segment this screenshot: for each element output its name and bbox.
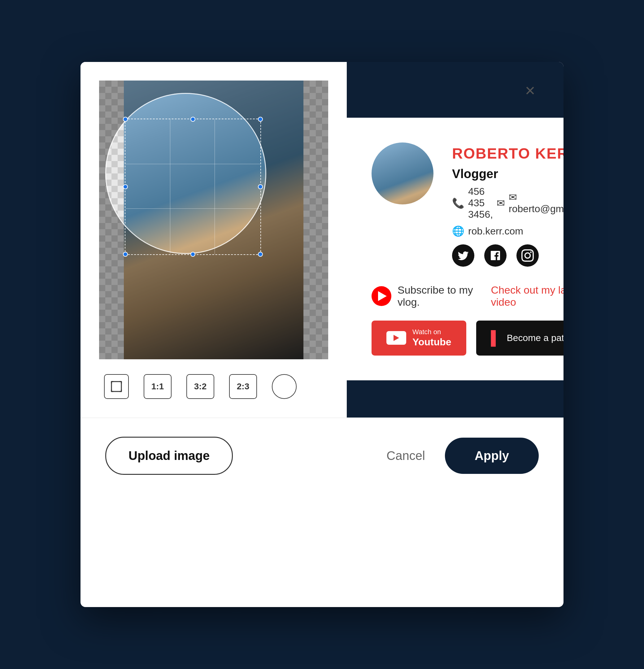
image-canvas[interactable] — [99, 81, 328, 359]
photo-container — [124, 81, 303, 359]
facebook-icon[interactable] — [484, 244, 506, 267]
play-triangle — [378, 291, 387, 301]
crop-3-2-btn[interactable]: 3:2 — [186, 374, 214, 399]
twitter-icon[interactable] — [452, 244, 474, 267]
phone-icon: 📞 — [452, 197, 464, 209]
yt-btn-large-text: Youtube — [412, 336, 452, 348]
sig-contact-line: 📞 456 435 3456, ✉ ✉ roberto@gmail.com — [452, 186, 563, 220]
sig-name: ROBERTO KERR — [452, 145, 563, 162]
patreon-label: Become a patron — [507, 333, 563, 343]
sig-buttons-row: Watch on Youtube ▌ Become a patron — [372, 321, 563, 356]
modal-dialog: × — [81, 62, 563, 607]
sig-email: ✉ roberto@gmail.com — [509, 191, 563, 215]
bottom-action-bar: Upload image Cancel Apply — [81, 417, 563, 500]
svg-rect-0 — [112, 382, 121, 392]
sig-info: ROBERTO KERR Vlogger 📞 456 435 3456, ✉ ✉… — [452, 142, 563, 267]
sig-social-row — [452, 244, 563, 267]
sig-phone: 456 435 3456, — [468, 186, 493, 220]
sig-subscribe-row: Subscribe to my vlog. Check out my lates… — [372, 284, 563, 308]
sig-avatar — [372, 142, 433, 204]
close-button[interactable]: × — [519, 79, 541, 102]
website-icon: 🌐 — [452, 225, 464, 237]
patreon-icon: ▌ — [491, 330, 501, 346]
right-actions: Cancel Apply — [386, 438, 539, 474]
cancel-button[interactable]: Cancel — [386, 449, 425, 463]
sig-title: Vlogger — [452, 167, 563, 181]
email-icon: ✉ — [497, 197, 505, 209]
watch-youtube-button[interactable]: Watch on Youtube — [372, 321, 466, 356]
image-editor-panel: 1:1 3:2 2:3 — [81, 62, 347, 417]
top-section: 1:1 3:2 2:3 ROBERTO KERR — [81, 62, 563, 417]
signature-card: ROBERTO KERR Vlogger 📞 456 435 3456, ✉ ✉… — [347, 118, 563, 380]
yt-btn-small-text: Watch on — [412, 328, 452, 336]
crop-free-btn[interactable] — [104, 374, 129, 399]
signature-preview-panel: ROBERTO KERR Vlogger 📞 456 435 3456, ✉ ✉… — [347, 62, 563, 417]
sig-website-url: rob.kerr.com — [468, 226, 523, 237]
sig-website-line: 🌐 rob.kerr.com — [452, 225, 563, 237]
apply-button[interactable]: Apply — [445, 438, 539, 474]
photo-image — [124, 81, 303, 359]
crop-1-1-btn[interactable]: 1:1 — [144, 374, 172, 399]
instagram-icon[interactable] — [516, 244, 539, 267]
yt-btn-text: Watch on Youtube — [412, 328, 452, 348]
subscribe-link[interactable]: Check out my latest video — [491, 284, 563, 308]
yt-btn-icon — [386, 331, 406, 345]
subscribe-text: Subscribe to my vlog. — [398, 284, 485, 308]
page-wrapper: × — [0, 0, 644, 669]
patreon-button[interactable]: ▌ Become a patron — [476, 321, 563, 356]
sig-header: ROBERTO KERR Vlogger 📞 456 435 3456, ✉ ✉… — [372, 142, 563, 267]
crop-2-3-btn[interactable]: 2:3 — [229, 374, 257, 399]
crop-circle-btn[interactable] — [272, 374, 297, 399]
yt-play-icon — [372, 286, 391, 306]
upload-image-button[interactable]: Upload image — [105, 437, 233, 475]
crop-tools-row: 1:1 3:2 2:3 — [99, 374, 297, 399]
yt-btn-triangle — [393, 335, 399, 341]
